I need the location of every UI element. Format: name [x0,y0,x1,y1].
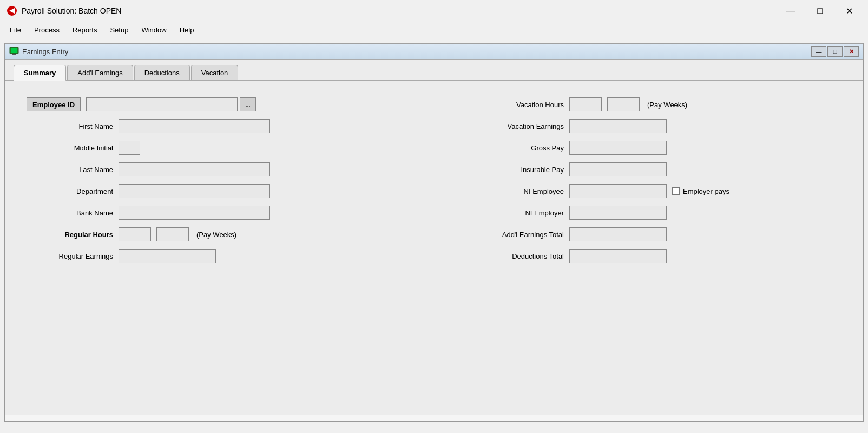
insurable-pay-label: Insurable Pay [456,166,564,174]
inner-window: Earnings Entry — □ ✕ Summary Add'l Earni… [4,43,864,422]
regular-hours-input[interactable] [119,227,151,241]
menu-setup[interactable]: Setup [104,24,134,36]
minimize-button[interactable]: — [778,3,803,18]
regular-hours-label: Regular Hours [27,231,113,239]
vacation-hours-label: Vacation Hours [456,101,564,109]
regular-hours-weeks-input[interactable] [156,227,189,241]
first-name-label: First Name [27,122,113,130]
vacation-earnings-row: Vacation Earnings [456,119,841,133]
ni-employee-input[interactable] [569,184,667,198]
ni-employer-input[interactable] [569,206,667,220]
department-input[interactable] [119,184,270,198]
deductions-total-input[interactable] [569,249,667,263]
inner-title-text: Earnings Entry [22,48,68,56]
first-name-input[interactable] [119,119,270,133]
bank-name-label: Bank Name [27,209,113,217]
employer-pays-label: Employer pays [683,187,729,195]
svg-rect-4 [12,54,16,55]
gross-pay-label: Gross Pay [456,144,564,152]
svg-rect-3 [11,48,17,53]
ni-employer-row: NI Employer [456,206,841,220]
maximize-button[interactable]: □ [807,3,832,18]
addl-earnings-total-label: Add'l Earnings Total [456,231,564,239]
last-name-input[interactable] [119,162,270,176]
app-icon [6,5,17,16]
employer-pays-group: Employer pays [672,187,729,195]
title-bar-text: Payroll Solution: Batch OPEN [22,6,121,15]
insurable-pay-row: Insurable Pay [456,162,841,176]
regular-earnings-row: Regular Earnings [27,249,412,263]
inner-close-button[interactable]: ✕ [844,46,859,57]
middle-initial-input[interactable] [119,141,140,155]
gross-pay-row: Gross Pay [456,141,841,155]
menu-help[interactable]: Help [174,24,200,36]
inner-minimize-button[interactable]: — [811,46,826,57]
department-row: Department [27,184,412,198]
vacation-hours-pay-weeks-label: (Pay Weeks) [647,101,687,109]
menu-bar: File Process Reports Setup Window Help [0,22,868,38]
bank-name-row: Bank Name [27,206,412,220]
title-bar: Payroll Solution: Batch OPEN — □ ✕ [0,0,868,22]
ni-employee-row: NI Employee Employer pays [456,184,841,198]
right-column: Vacation Hours (Pay Weeks) Vacation Earn… [456,97,841,404]
regular-hours-pay-weeks-label: (Pay Weeks) [196,231,236,239]
last-name-row: Last Name [27,162,412,176]
deductions-total-row: Deductions Total [456,249,841,263]
bank-name-input[interactable] [119,206,270,220]
tab-deductions[interactable]: Deductions [134,65,190,80]
first-name-row: First Name [27,119,412,133]
middle-initial-label: Middle Initial [27,144,113,152]
insurable-pay-input[interactable] [569,162,667,176]
inner-window-icon [9,47,19,56]
svg-rect-5 [11,55,17,55]
vacation-earnings-label: Vacation Earnings [456,122,564,130]
vacation-hours-row: Vacation Hours (Pay Weeks) [456,97,841,111]
close-button[interactable]: ✕ [837,3,862,18]
vacation-hours-weeks-input[interactable] [607,97,640,111]
deductions-total-label: Deductions Total [456,252,564,260]
menu-file[interactable]: File [4,24,27,36]
regular-earnings-label: Regular Earnings [27,252,113,260]
employee-id-input-group: ... [86,97,256,111]
gross-pay-input[interactable] [569,141,667,155]
department-label: Department [27,187,113,195]
employer-pays-checkbox[interactable] [672,187,680,195]
menu-process[interactable]: Process [29,24,65,36]
addl-earnings-total-input[interactable] [569,227,667,241]
tab-addl-earnings[interactable]: Add'l Earnings [67,65,133,80]
regular-hours-row: Regular Hours (Pay Weeks) [27,227,412,241]
employee-id-input[interactable] [86,97,238,111]
tab-vacation[interactable]: Vacation [191,65,239,80]
employee-id-row: Employee ID ... [27,97,412,111]
vacation-hours-input[interactable] [569,97,602,111]
employee-id-label: Employee ID [27,97,81,111]
menu-reports[interactable]: Reports [67,24,103,36]
form-area: Employee ID ... First Name Middle Initia… [5,81,863,415]
menu-window[interactable]: Window [136,24,172,36]
employee-id-browse-button[interactable]: ... [240,97,256,111]
ni-employer-label: NI Employer [456,209,564,217]
tab-bar: Summary Add'l Earnings Deductions Vacati… [5,60,863,81]
inner-title-bar: Earnings Entry — □ ✕ [5,44,863,60]
middle-initial-row: Middle Initial [27,141,412,155]
inner-title-controls: — □ ✕ [811,46,859,57]
tab-summary[interactable]: Summary [14,65,66,81]
ni-employee-label: NI Employee [456,187,564,195]
addl-earnings-total-row: Add'l Earnings Total [456,227,841,241]
title-bar-controls: — □ ✕ [778,3,862,18]
inner-restore-button[interactable]: □ [827,46,843,57]
regular-earnings-input[interactable] [119,249,216,263]
vacation-earnings-input[interactable] [569,119,667,133]
left-column: Employee ID ... First Name Middle Initia… [27,97,412,404]
last-name-label: Last Name [27,166,113,174]
